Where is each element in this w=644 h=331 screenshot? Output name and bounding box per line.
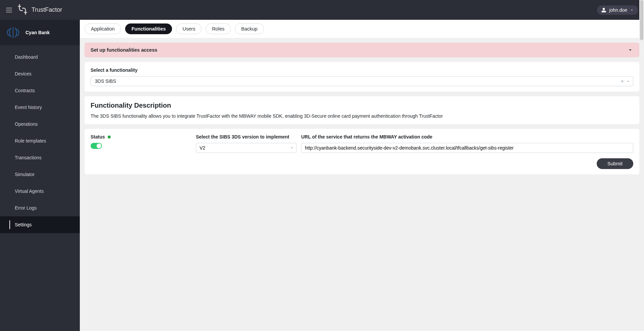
org-logo-icon [5, 24, 21, 41]
sidebar-item-simulator[interactable]: Simulator [0, 166, 80, 183]
sidebar-item-rule-templates[interactable]: Rule templates [0, 132, 80, 149]
topbar: TrustFactor john.doe [0, 0, 644, 20]
sidebar-item-event-history[interactable]: Event history [0, 99, 80, 116]
brand-logo-icon [17, 3, 28, 16]
org-name: Cyan Bank [25, 30, 50, 35]
sidebar-item-dashboard[interactable]: Dashboard [0, 49, 80, 65]
org-header[interactable]: Cyan Bank [0, 20, 80, 45]
sidebar-item-operations[interactable]: Operations [0, 116, 80, 132]
functionality-select-card: Select a functionality 3DS SIBS × [85, 62, 639, 92]
app-name: TrustFactor [32, 6, 62, 13]
chevron-down-icon [627, 47, 633, 53]
brand: TrustFactor [17, 3, 62, 16]
setup-access-banner[interactable]: Set up functionalities access [85, 43, 639, 57]
status-indicator-icon [108, 135, 111, 139]
clear-icon[interactable]: × [621, 79, 624, 84]
functionality-select[interactable]: 3DS SIBS × [91, 76, 633, 86]
sidebar-item-virtual-agents[interactable]: Virtual Agents [0, 183, 80, 200]
sidebar: Cyan Bank DashboardDevicesContractsEvent… [0, 20, 80, 331]
status-label: Status [91, 134, 105, 140]
status-toggle[interactable] [91, 143, 102, 149]
functionality-select-value: 3DS SIBS [95, 78, 116, 84]
tab-backup[interactable]: Backup [235, 23, 264, 34]
sidebar-item-transactions[interactable]: Transactions [0, 149, 80, 166]
sidebar-item-devices[interactable]: Devices [0, 65, 80, 82]
functionality-form-card: Status Select the SIBS 3DS version to im… [85, 129, 639, 174]
description-title: Functionality Description [91, 102, 633, 109]
sidebar-item-settings[interactable]: Settings [0, 216, 80, 233]
banner-title: Set up functionalities access [91, 47, 157, 53]
sidebar-item-contracts[interactable]: Contracts [0, 82, 80, 99]
version-label: Select the SIBS 3DS version to implement [196, 134, 289, 140]
tab-functionalities[interactable]: Functionalities [125, 23, 172, 34]
submit-button[interactable]: Submit [597, 158, 633, 169]
menu-toggle-button[interactable] [6, 8, 12, 12]
settings-tabbar: ApplicationFunctionalitiesUsersRolesBack… [80, 20, 644, 38]
user-menu-button[interactable]: john.doe [597, 5, 638, 15]
chevron-down-icon [626, 79, 630, 83]
description-text: The 3DS SIBS functionality allows you to… [91, 113, 633, 119]
sidebar-item-error-logs[interactable]: Error Logs [0, 200, 80, 216]
user-icon [601, 7, 606, 13]
functionality-description-card: Functionality Description The 3DS SIBS f… [85, 96, 639, 124]
user-name: john.doe [609, 7, 627, 13]
page-scrollbar[interactable] [639, 0, 644, 331]
main: ApplicationFunctionalitiesUsersRolesBack… [80, 20, 644, 331]
tab-application[interactable]: Application [85, 23, 121, 34]
url-input[interactable] [301, 143, 633, 153]
tab-roles[interactable]: Roles [206, 23, 231, 34]
url-label: URL of the service that returns the MBWA… [301, 134, 432, 140]
sidebar-nav: DashboardDevicesContractsEvent historyOp… [0, 45, 80, 233]
chevron-down-icon [630, 8, 634, 12]
tab-users[interactable]: Users [176, 23, 202, 34]
functionality-select-label: Select a functionality [91, 67, 633, 73]
version-select[interactable]: V2 [196, 143, 297, 153]
